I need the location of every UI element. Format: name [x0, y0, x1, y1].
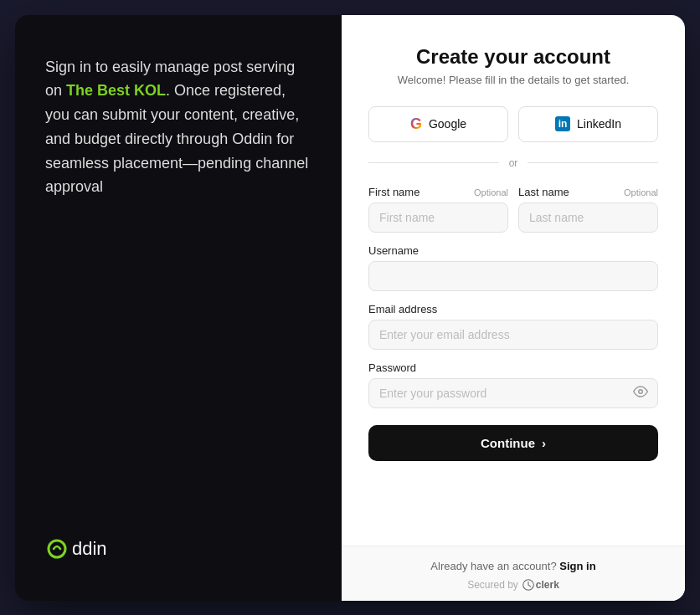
divider: or	[368, 157, 658, 169]
continue-button[interactable]: Continue ›	[368, 425, 658, 461]
bottom-area: Already have an account? Sign in Secured…	[342, 546, 685, 601]
first-name-optional: Optional	[474, 187, 508, 197]
left-content: Sign in to easily manage post serving on…	[45, 55, 311, 504]
form-subtitle: Welcome! Please fill in the details to g…	[368, 74, 658, 86]
signin-static-text: Already have an account?	[430, 560, 556, 572]
username-label-row: Username	[368, 244, 658, 257]
linkedin-label: LinkedIn	[577, 117, 621, 131]
last-name-label: Last name	[518, 186, 569, 198]
first-name-input[interactable]	[368, 202, 508, 233]
last-name-label-row: Last name Optional	[518, 186, 658, 198]
social-buttons: G Google in LinkedIn	[368, 106, 658, 142]
google-label: Google	[429, 117, 466, 131]
email-label: Email address	[368, 303, 437, 315]
password-label-row: Password	[368, 361, 658, 374]
email-label-row: Email address	[368, 303, 658, 315]
secured-row: Secured by clerk	[368, 579, 658, 591]
sign-in-row: Already have an account? Sign in	[368, 560, 658, 572]
username-group: Username	[368, 244, 658, 291]
last-name-group: Last name Optional	[518, 186, 658, 233]
password-wrapper	[368, 378, 658, 408]
continue-label: Continue	[481, 436, 535, 450]
divider-line-left	[368, 162, 499, 163]
divider-text: or	[509, 157, 518, 169]
password-input[interactable]	[368, 378, 658, 408]
right-panel: Create your account Welcome! Please fill…	[342, 15, 685, 601]
continue-arrow: ›	[542, 436, 546, 450]
name-row: First name Optional Last name Optional	[368, 186, 658, 233]
username-input[interactable]	[368, 261, 658, 291]
username-label: Username	[368, 244, 419, 257]
sign-in-link[interactable]: Sign in	[559, 560, 595, 572]
oddin-logo-icon	[45, 537, 69, 561]
divider-line-right	[528, 162, 658, 163]
last-name-input[interactable]	[518, 202, 658, 233]
secured-static-text: Secured by	[467, 579, 518, 591]
form-area: Create your account Welcome! Please fill…	[342, 15, 685, 546]
last-name-optional: Optional	[624, 187, 658, 197]
logo-text: ddin	[72, 538, 107, 560]
intro-paragraph: Sign in to easily manage post serving on…	[45, 55, 311, 200]
left-panel: Sign in to easily manage post serving on…	[15, 15, 342, 601]
brand-name: The Best KOL	[66, 82, 166, 99]
linkedin-icon: in	[555, 116, 570, 131]
first-name-label-row: First name Optional	[368, 186, 508, 198]
clerk-icon	[522, 579, 534, 591]
intro-text-2: . Once registered, you can submit your c…	[45, 82, 308, 195]
google-button[interactable]: G Google	[368, 106, 508, 142]
first-name-label: First name	[368, 186, 419, 198]
clerk-text: clerk	[536, 579, 559, 591]
logo-area: ddin	[45, 537, 311, 561]
linkedin-button[interactable]: in LinkedIn	[518, 106, 658, 142]
email-input[interactable]	[368, 320, 658, 350]
password-label: Password	[368, 361, 416, 374]
clerk-logo: clerk	[522, 579, 559, 591]
eye-icon[interactable]	[633, 384, 648, 402]
main-container: Sign in to easily manage post serving on…	[15, 15, 685, 601]
email-group: Email address	[368, 303, 658, 350]
google-icon: G	[410, 115, 422, 133]
form-title: Create your account	[368, 45, 658, 69]
first-name-group: First name Optional	[368, 186, 508, 233]
password-group: Password	[368, 361, 658, 408]
svg-point-1	[639, 389, 643, 393]
svg-point-0	[49, 541, 65, 557]
